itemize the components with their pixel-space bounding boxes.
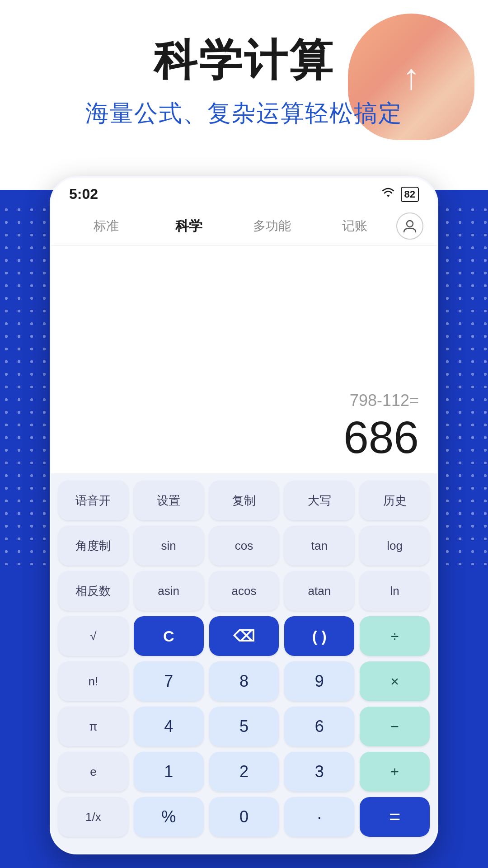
key-6[interactable]: 6: [284, 707, 354, 746]
key-log[interactable]: log: [360, 526, 430, 566]
key-atan[interactable]: atan: [284, 571, 354, 611]
key-row-1: 语音开 设置 复制 大写 历史: [58, 481, 430, 520]
result-display: 686: [343, 415, 419, 460]
key-pi[interactable]: π: [58, 707, 128, 746]
key-asin[interactable]: asin: [134, 571, 204, 611]
keypad: 语音开 设置 复制 大写 历史 角度制 sin cos tan log 相反数 …: [51, 473, 437, 853]
key-row-7: e 1 2 3 +: [58, 752, 430, 792]
main-title: 科学计算: [27, 36, 461, 84]
key-backspace[interactable]: ⌫: [209, 616, 279, 656]
key-acos[interactable]: acos: [209, 571, 279, 611]
key-euler[interactable]: e: [58, 752, 128, 792]
sub-title: 海量公式、复杂运算轻松搞定: [27, 98, 461, 129]
key-5[interactable]: 5: [209, 707, 279, 746]
key-degree[interactable]: 角度制: [58, 526, 128, 566]
key-0[interactable]: 0: [209, 797, 279, 837]
key-equals[interactable]: =: [360, 797, 430, 837]
key-cos[interactable]: cos: [209, 526, 279, 566]
key-reciprocal[interactable]: 1/x: [58, 797, 128, 837]
phone-mockup: 5:02 82 标准 科学 多功能 记账: [50, 176, 438, 854]
display-area: 798-112= 686: [51, 245, 437, 473]
nav-tabs: 标准 科学 多功能 记账: [51, 207, 437, 245]
status-icons: 82: [381, 187, 419, 202]
wifi-icon: [381, 187, 395, 201]
tab-bookkeeping[interactable]: 记账: [314, 214, 397, 238]
key-row-8: 1/x % 0 · =: [58, 797, 430, 837]
key-uppercase[interactable]: 大写: [284, 481, 354, 520]
key-9[interactable]: 9: [284, 661, 354, 701]
key-voice[interactable]: 语音开: [58, 481, 128, 520]
svg-point-0: [407, 221, 413, 227]
tab-multifunction[interactable]: 多功能: [230, 214, 314, 238]
tab-standard[interactable]: 标准: [65, 214, 148, 238]
key-1[interactable]: 1: [134, 752, 204, 792]
key-decimal[interactable]: ·: [284, 797, 354, 837]
key-sqrt[interactable]: √: [58, 616, 128, 656]
phone-inner: 5:02 82 标准 科学 多功能 记账: [51, 178, 437, 853]
status-time: 5:02: [69, 186, 98, 203]
key-3[interactable]: 3: [284, 752, 354, 792]
key-2[interactable]: 2: [209, 752, 279, 792]
expression-display: 798-112=: [350, 391, 419, 410]
key-subtract[interactable]: −: [360, 707, 430, 746]
status-bar: 5:02 82: [51, 178, 437, 207]
profile-button[interactable]: [396, 212, 423, 240]
key-negate[interactable]: 相反数: [58, 571, 128, 611]
key-7[interactable]: 7: [134, 661, 204, 701]
key-row-6: π 4 5 6 −: [58, 707, 430, 746]
key-8[interactable]: 8: [209, 661, 279, 701]
key-percent[interactable]: %: [134, 797, 204, 837]
tab-science[interactable]: 科学: [148, 213, 231, 239]
key-tan[interactable]: tan: [284, 526, 354, 566]
key-row-5: n! 7 8 9 ×: [58, 661, 430, 701]
header-section: 科学计算 海量公式、复杂运算轻松搞定: [0, 36, 488, 129]
key-add[interactable]: +: [360, 752, 430, 792]
key-divide[interactable]: ÷: [360, 616, 430, 656]
key-settings[interactable]: 设置: [134, 481, 204, 520]
key-history[interactable]: 历史: [360, 481, 430, 520]
key-ln[interactable]: ln: [360, 571, 430, 611]
key-clear[interactable]: C: [134, 616, 204, 656]
key-multiply[interactable]: ×: [360, 661, 430, 701]
key-copy[interactable]: 复制: [209, 481, 279, 520]
key-row-3: 相反数 asin acos atan ln: [58, 571, 430, 611]
battery-level: 82: [404, 189, 415, 200]
key-4[interactable]: 4: [134, 707, 204, 746]
key-paren[interactable]: ( ): [284, 616, 354, 656]
key-sin[interactable]: sin: [134, 526, 204, 566]
battery-indicator: 82: [401, 187, 419, 202]
key-factorial[interactable]: n!: [58, 661, 128, 701]
key-row-4: √ C ⌫ ( ) ÷: [58, 616, 430, 656]
key-row-2: 角度制 sin cos tan log: [58, 526, 430, 566]
